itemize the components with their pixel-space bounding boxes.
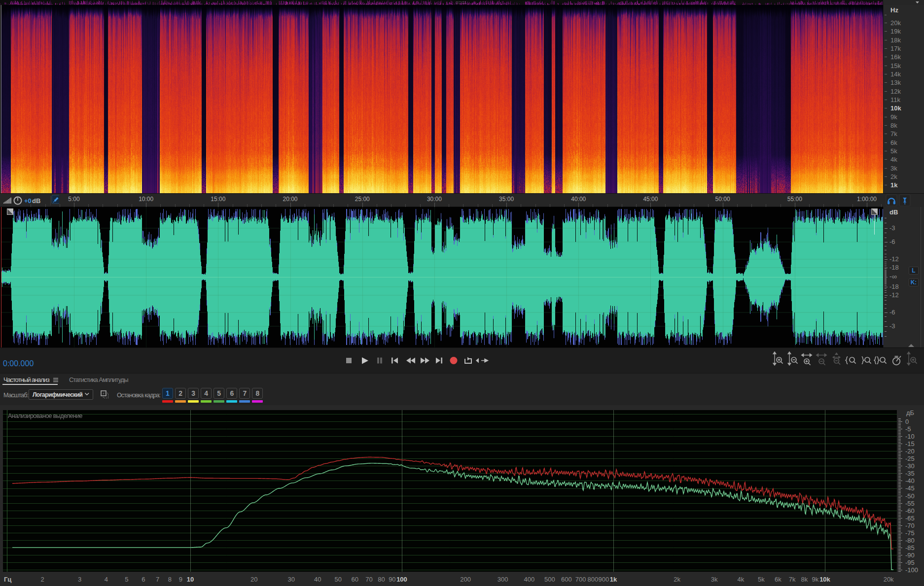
svg-text:dB: dB — [32, 197, 40, 205]
svg-text:+0: +0 — [24, 197, 32, 205]
